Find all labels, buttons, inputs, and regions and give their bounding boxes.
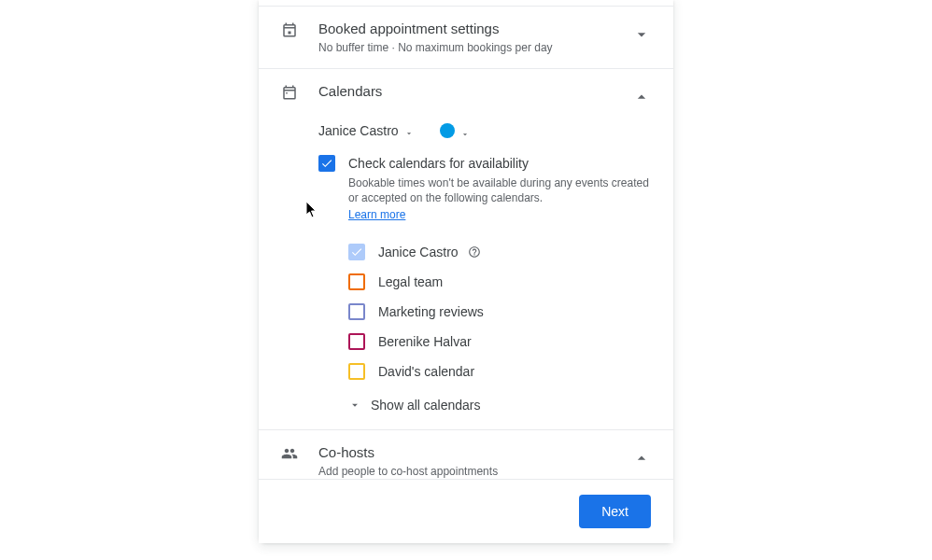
calendar-label: Janice Castro (378, 245, 459, 259)
next-button[interactable]: Next (579, 495, 651, 528)
dialog-content: Booked appointment settings No buffer ti… (259, 0, 673, 479)
owner-name: Janice Castro (318, 123, 399, 138)
chevron-up-icon (632, 88, 651, 106)
section-cohosts: Co-hosts Add people to co-host appointme… (259, 430, 673, 479)
chevron-down-icon (404, 126, 414, 135)
calendar-item: David's calendar (348, 357, 651, 386)
dialog-footer: Next (259, 479, 673, 543)
show-all-calendars[interactable]: Show all calendars (348, 398, 651, 413)
section-calendars: Calendars Janice Castro (259, 69, 673, 430)
calendars-body: Janice Castro (318, 123, 651, 413)
check-availability-checkbox[interactable] (318, 155, 335, 172)
calendar-list: Janice CastroLegal teamMarketing reviews… (348, 237, 651, 386)
calendar-item: Legal team (348, 267, 651, 297)
section-booked-settings: Booked appointment settings No buffer ti… (259, 6, 673, 69)
chevron-down-icon (632, 25, 651, 44)
help-icon[interactable] (468, 245, 481, 259)
check-availability-label: Check calendars for availability (348, 155, 651, 172)
calendar-checkbox[interactable] (348, 273, 365, 290)
calendar-label: Marketing reviews (378, 304, 484, 319)
section-header-cohosts[interactable]: Co-hosts Add people to co-host appointme… (318, 443, 651, 479)
check-availability-row: Check calendars for availability Bookabl… (318, 155, 651, 222)
chevron-up-icon (632, 449, 651, 468)
calendar-item: Janice Castro (348, 237, 651, 267)
settings-dialog: Booked appointment settings No buffer ti… (259, 0, 673, 543)
check-availability-desc: Bookable times won't be available during… (348, 175, 651, 205)
calendar-label: Berenike Halvar (378, 334, 472, 349)
section-header-booked[interactable]: Booked appointment settings No buffer ti… (318, 20, 651, 55)
calendar-checkbox (348, 244, 365, 260)
section-title: Co-hosts (318, 443, 498, 462)
chevron-down-icon (460, 126, 470, 135)
chevron-down-icon (348, 399, 361, 412)
people-icon (281, 445, 298, 462)
calendar-owner-dropdown[interactable]: Janice Castro (318, 123, 414, 138)
calendar-icon (281, 84, 298, 101)
calendar-checkbox[interactable] (348, 303, 365, 320)
calendar-color-dropdown[interactable] (440, 123, 470, 138)
calendar-checkbox[interactable] (348, 363, 365, 380)
section-subtitle: No buffer time · No maximum bookings per… (318, 40, 553, 55)
calendar-owner-row: Janice Castro (318, 123, 651, 138)
calendar-item: Marketing reviews (348, 297, 651, 327)
calendar-checkbox[interactable] (348, 333, 365, 350)
section-title: Calendars (318, 82, 382, 101)
learn-more-link[interactable]: Learn more (348, 208, 405, 221)
calendar-label: David's calendar (378, 364, 474, 379)
section-title: Booked appointment settings (318, 20, 553, 38)
show-all-label: Show all calendars (371, 398, 481, 413)
calendar-event-icon (281, 21, 298, 38)
section-header-calendars[interactable]: Calendars (318, 82, 651, 106)
color-swatch (440, 123, 455, 138)
calendar-label: Legal team (378, 274, 443, 289)
section-subtitle: Add people to co-host appointments (318, 464, 498, 479)
calendar-item: Berenike Halvar (348, 327, 651, 357)
